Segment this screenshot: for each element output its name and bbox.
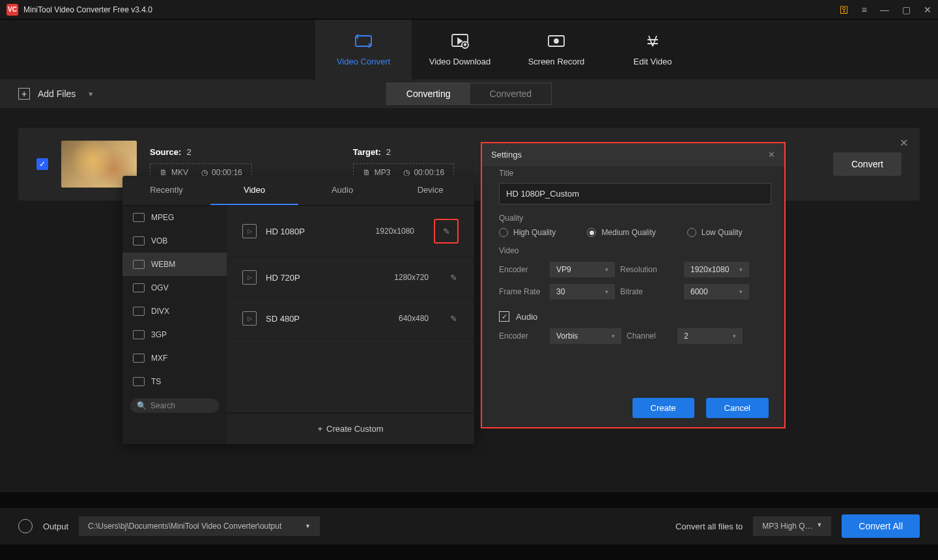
format-tab-device[interactable]: Device <box>386 176 474 205</box>
nav-label: Screen Record <box>528 57 585 66</box>
convert-icon <box>354 33 373 49</box>
audio-checkbox[interactable]: ✓ <box>499 311 509 322</box>
sidebar-item-webm[interactable]: WEBM <box>122 253 227 276</box>
sidebar-item-vob[interactable]: VOB <box>122 229 227 253</box>
file-checkbox[interactable]: ✓ <box>36 158 48 170</box>
edit-preset-icon[interactable]: ✎ <box>448 272 459 283</box>
settings-header: Settings ✕ <box>482 143 784 166</box>
resolution-label: Resolution <box>620 265 679 274</box>
app-title: MiniTool Video Converter Free v3.4.0 <box>23 5 840 14</box>
download-icon <box>451 33 469 49</box>
add-files-button[interactable]: + Add Files ▼ <box>18 88 94 100</box>
video-file-icon: ▷ <box>242 224 257 238</box>
app-logo: VC <box>7 4 18 16</box>
settings-close-icon[interactable]: ✕ <box>768 150 775 160</box>
sidebar-item-divx[interactable]: DIVX <box>122 300 227 323</box>
settings-title: Settings <box>491 150 522 160</box>
resolution-item-480p[interactable]: ▷ SD 480P 640x480 ✎ <box>227 298 474 339</box>
quality-low-radio[interactable]: Low Quality <box>687 228 743 237</box>
edit-preset-icon[interactable]: ✎ <box>448 313 459 324</box>
nav-video-convert[interactable]: Video Convert <box>315 20 412 79</box>
video-file-icon: ▷ <box>242 270 257 285</box>
nav-label: Edit Video <box>633 57 672 66</box>
resolution-dropdown[interactable]: 1920x1080 <box>684 262 749 277</box>
close-icon[interactable]: ✕ <box>924 5 931 15</box>
nav-edit-video[interactable]: Edit Video <box>604 20 701 79</box>
maximize-icon[interactable]: ▢ <box>902 5 911 15</box>
edit-icon <box>644 33 662 49</box>
tab-converted[interactable]: Converted <box>470 83 552 104</box>
channel-dropdown[interactable]: 2 <box>677 328 743 344</box>
menu-icon[interactable]: ≡ <box>862 5 867 15</box>
radio-label: High Quality <box>513 228 556 237</box>
sidebar-item-mpeg[interactable]: MPEG <box>122 206 227 229</box>
res-name: HD 720P <box>266 273 385 283</box>
sidebar-item-ts[interactable]: TS <box>122 370 227 393</box>
format-icon <box>133 354 145 363</box>
convert-all-label: Convert all files to <box>675 522 743 531</box>
fmt-label: WEBM <box>151 260 175 269</box>
encoder-label: Encoder <box>499 265 545 274</box>
convert-all-button[interactable]: Convert All <box>842 514 920 538</box>
convert-button[interactable]: Convert <box>833 152 902 176</box>
title-input[interactable] <box>499 183 771 204</box>
format-icon <box>133 213 145 222</box>
bitrate-dropdown[interactable]: 6000 <box>684 284 749 300</box>
edit-preset-icon[interactable]: ✎ <box>434 219 459 244</box>
nav-video-download[interactable]: Video Download <box>412 20 508 79</box>
quality-high-radio[interactable]: High Quality <box>499 228 556 237</box>
res-dim: 640x480 <box>399 314 429 323</box>
quality-label: Quality <box>499 214 771 223</box>
schedule-icon[interactable] <box>18 519 33 533</box>
format-icon <box>133 377 145 386</box>
title-label: Title <box>499 169 771 178</box>
cancel-button[interactable]: Cancel <box>706 398 769 418</box>
resolution-item-1080p[interactable]: ▷ HD 1080P 1920x1080 ✎ <box>227 206 474 257</box>
audio-section-label: Audio <box>516 312 537 322</box>
output-path-dropdown[interactable]: C:\Users\bj\Documents\MiniTool Video Con… <box>79 516 320 536</box>
create-custom-button[interactable]: +Create Custom <box>227 413 474 444</box>
format-search-input[interactable]: 🔍Search <box>130 399 219 413</box>
video-encoder-dropdown[interactable]: VP9 <box>550 262 615 277</box>
audio-encoder-dropdown[interactable]: Vorbis <box>550 328 621 344</box>
sidebar-item-3gp[interactable]: 3GP <box>122 323 227 346</box>
chevron-down-icon: ▼ <box>816 522 822 531</box>
card-close-icon[interactable]: ✕ <box>900 137 908 149</box>
res-name: HD 1080P <box>266 227 367 236</box>
sidebar-item-mxf[interactable]: MXF <box>122 346 227 370</box>
nav-label: Video Convert <box>337 57 390 66</box>
plus-icon: + <box>18 88 30 100</box>
format-tab-video[interactable]: Video <box>210 176 298 205</box>
output-path-value: C:\Users\bj\Documents\MiniTool Video Con… <box>88 522 281 531</box>
settings-modal: Settings ✕ Title Quality High Quality Me… <box>481 142 786 428</box>
resolution-item-720p[interactable]: ▷ HD 720P 1280x720 ✎ <box>227 257 474 298</box>
chevron-down-icon: ▼ <box>305 523 311 529</box>
key-icon[interactable]: ⚿ <box>840 5 849 15</box>
framerate-dropdown[interactable]: 30 <box>550 284 615 300</box>
target-label: Target: <box>353 147 381 157</box>
nav-screen-record[interactable]: Screen Record <box>508 20 604 79</box>
format-panel: Recently Video Audio Device MPEG VOB WEB… <box>122 176 474 444</box>
sidebar-item-ogv[interactable]: OGV <box>122 276 227 300</box>
res-dim: 1280x720 <box>394 273 429 282</box>
source-count: 2 <box>186 147 191 157</box>
nav-label: Video Download <box>429 57 490 66</box>
search-icon: 🔍 <box>137 401 147 410</box>
format-sidebar[interactable]: MPEG VOB WEBM OGV DIVX 3GP MXF TS 🔍Searc… <box>122 206 227 444</box>
radio-label: Low Quality <box>702 228 743 237</box>
quality-medium-radio[interactable]: Medium Quality <box>587 228 655 237</box>
fmt-label: TS <box>151 377 161 386</box>
format-tab-recently[interactable]: Recently <box>122 176 210 205</box>
framerate-label: Frame Rate <box>499 287 545 296</box>
output-format-dropdown[interactable]: MP3 High Quality ▼ <box>753 516 831 536</box>
minimize-icon[interactable]: — <box>880 5 889 15</box>
create-custom-label: Create Custom <box>326 424 383 434</box>
settings-body[interactable]: Title Quality High Quality Medium Qualit… <box>482 166 784 389</box>
create-button[interactable]: Create <box>632 398 694 418</box>
tab-converting[interactable]: Converting <box>387 83 470 104</box>
format-tab-audio[interactable]: Audio <box>298 176 386 205</box>
resolution-list: ▷ HD 1080P 1920x1080 ✎ ▷ HD 720P 1280x72… <box>227 206 474 444</box>
format-icon <box>133 330 145 339</box>
res-name: SD 480P <box>266 314 390 324</box>
chevron-down-icon: ▼ <box>87 91 94 98</box>
